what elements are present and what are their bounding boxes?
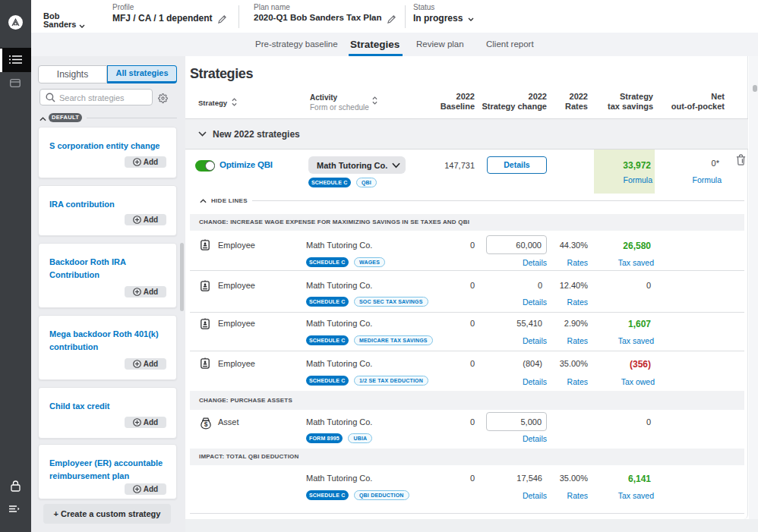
svg-text:$: $ xyxy=(204,420,208,428)
